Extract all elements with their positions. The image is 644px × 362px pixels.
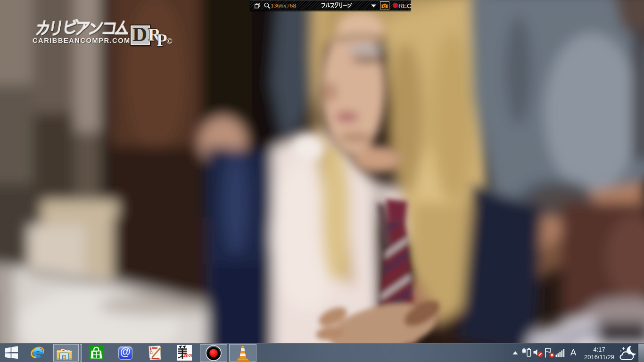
svg-text:2000: 2000 — [183, 353, 192, 358]
